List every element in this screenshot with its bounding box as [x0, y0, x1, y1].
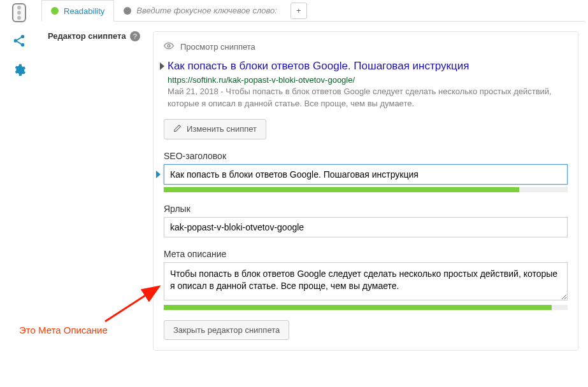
slug-input[interactable]: [164, 217, 568, 237]
snippet-title: Как попасть в блоки ответов Google. Поша…: [168, 59, 568, 73]
svg-point-1: [14, 39, 18, 43]
svg-point-2: [21, 43, 25, 47]
caret-right-icon: [156, 171, 161, 178]
help-icon[interactable]: ?: [130, 31, 140, 41]
traffic-light-icon[interactable]: [12, 3, 26, 22]
tab-label: Введите фокусное ключевое слово:: [136, 6, 277, 15]
tab-bar: Readability Введите фокусное ключевое сл…: [41, 0, 585, 22]
snippet-description: Май 21, 2018 - Чтобы попасть в блок отве…: [168, 86, 568, 110]
status-dot-icon: [51, 7, 59, 15]
gear-icon[interactable]: [12, 63, 26, 81]
preview-heading: Просмотр сниппета: [164, 41, 568, 53]
tab-readability[interactable]: Readability: [41, 0, 114, 22]
share-icon[interactable]: [12, 34, 26, 52]
caret-right-icon: [160, 62, 164, 70]
snippet-date: Май 21, 2018: [168, 87, 219, 96]
slug-label: Ярлык: [164, 204, 568, 214]
close-editor-button[interactable]: Закрыть редактор сниппета: [164, 320, 289, 340]
add-keyword-button[interactable]: +: [290, 3, 307, 19]
seo-title-progress: [164, 187, 568, 192]
svg-point-3: [168, 45, 170, 47]
edit-snippet-button[interactable]: Изменить сниппет: [164, 119, 266, 139]
tab-focus-keyword[interactable]: Введите фокусное ключевое слово:: [114, 0, 287, 22]
eye-icon: [164, 41, 174, 53]
seo-title-label: SEO-заголовок: [164, 151, 568, 161]
snippet-url: https://softink.ru/kak-popast-v-bloki-ot…: [168, 75, 568, 85]
seo-title-input[interactable]: [164, 164, 568, 185]
snippet-preview[interactable]: Как попасть в блоки ответов Google. Поша…: [168, 59, 568, 110]
tab-label: Readability: [64, 6, 104, 16]
preview-label: Просмотр сниппета: [180, 42, 255, 52]
svg-point-0: [21, 35, 25, 39]
edit-button-label: Изменить сниппет: [187, 124, 257, 134]
meta-description-textarea[interactable]: [164, 262, 568, 300]
meta-description-label: Мета описание: [164, 249, 568, 259]
pencil-icon: [173, 124, 182, 134]
status-dot-icon: [124, 7, 131, 15]
meta-description-progress: [164, 305, 568, 310]
section-title: Редактор сниппета: [48, 31, 126, 41]
annotation-text: Это Мета Описание: [19, 325, 108, 335]
close-button-label: Закрыть редактор сниппета: [173, 325, 280, 335]
